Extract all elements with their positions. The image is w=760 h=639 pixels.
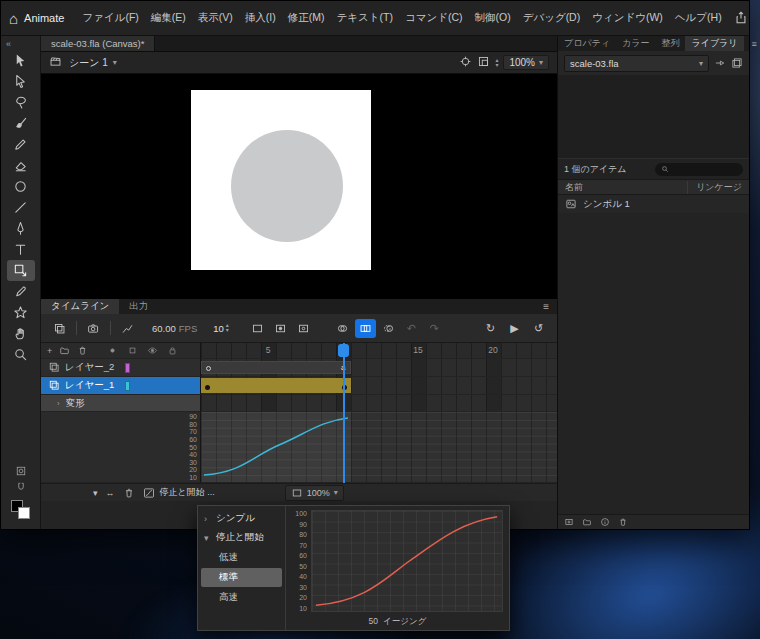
home-button[interactable]: ⌂ <box>9 6 18 30</box>
new-library-panel-icon[interactable] <box>731 57 743 69</box>
frame-ruler[interactable]: 5 10 15 20 <box>201 343 557 359</box>
insert-frame-button[interactable] <box>247 319 268 338</box>
ease-preset-normal[interactable]: 標準 <box>201 568 282 587</box>
onion-skin-button[interactable] <box>332 319 353 338</box>
new-symbol-button[interactable] <box>564 517 574 527</box>
fill-color-chip[interactable] <box>18 507 30 519</box>
brush-tool[interactable] <box>7 113 35 134</box>
pen-tool[interactable] <box>7 218 35 239</box>
polystar-tool[interactable] <box>7 302 35 323</box>
panel-menu-icon[interactable]: ≡ <box>535 299 557 314</box>
object-drawing-toggle-icon[interactable] <box>10 463 32 479</box>
remove-property-icon[interactable] <box>123 487 135 499</box>
subselection-tool[interactable] <box>7 71 35 92</box>
new-folder-button[interactable] <box>582 517 592 527</box>
onion-outline-button[interactable] <box>378 319 399 338</box>
layer-name[interactable]: レイヤー_2 <box>65 361 114 374</box>
frame-span[interactable]: a <box>201 361 351 374</box>
playhead-handle[interactable] <box>338 344 349 357</box>
ease-value[interactable]: 50 <box>369 616 378 628</box>
step-forward-button[interactable]: ↷ <box>424 319 445 338</box>
panel-menu-icon[interactable]: ≡ <box>744 36 760 51</box>
tab-output[interactable]: 出力 <box>119 299 158 314</box>
playhead[interactable] <box>336 343 351 483</box>
library-item[interactable]: シンボル 1 <box>558 195 749 213</box>
tab-timeline[interactable]: タイムライン <box>41 299 119 314</box>
oval-tool[interactable] <box>7 176 35 197</box>
layers-icon[interactable] <box>49 319 70 338</box>
insert-keyframe-button[interactable] <box>270 319 291 338</box>
menu-edit[interactable]: 編集(E) <box>145 7 192 29</box>
camera-icon[interactable] <box>83 319 104 338</box>
loop-button[interactable]: ↻ <box>480 319 501 338</box>
ease-preset-button[interactable]: 停止と開始 ... <box>143 486 215 499</box>
library-search-input[interactable] <box>672 164 737 174</box>
fps-value[interactable]: 60.00 <box>152 323 176 334</box>
tab-color[interactable]: カラー <box>616 36 655 51</box>
center-stage-icon[interactable] <box>459 55 472 70</box>
circle-shape[interactable] <box>231 130 343 242</box>
menu-window[interactable]: ウィンドウ(W) <box>586 7 669 29</box>
scene-chevron-icon[interactable]: ▾ <box>113 58 117 67</box>
frame-grid[interactable] <box>201 377 557 395</box>
layer-name[interactable]: レイヤー_1 <box>65 379 114 392</box>
clip-content-icon[interactable] <box>477 55 490 70</box>
layer-row-selected[interactable]: レイヤー_1 <box>41 377 557 395</box>
step-back-button[interactable]: ↶ <box>401 319 422 338</box>
line-tool[interactable] <box>7 197 35 218</box>
current-frame-value[interactable]: 10 <box>213 323 224 334</box>
layer-row[interactable]: レイヤー_2 a <box>41 359 557 377</box>
frame-grid[interactable] <box>201 395 557 412</box>
chevron-right-icon[interactable]: › <box>57 399 60 408</box>
snap-toggle-icon[interactable] <box>10 479 32 495</box>
insert-blank-keyframe-button[interactable] <box>293 319 314 338</box>
menu-view[interactable]: 表示(V) <box>192 7 239 29</box>
add-layer-icon[interactable]: + <box>47 346 52 356</box>
zoom-tool[interactable] <box>7 344 35 365</box>
default-colors-chips[interactable] <box>11 500 30 519</box>
stage-canvas[interactable] <box>41 74 557 298</box>
text-tool[interactable] <box>7 239 35 260</box>
collapse-tools-icon[interactable]: « <box>1 36 16 50</box>
library-document-select[interactable]: scale-03.fla ▾ <box>564 55 709 72</box>
menu-insert[interactable]: 挿入(I) <box>239 7 282 29</box>
column-name[interactable]: 名前 <box>565 181 687 194</box>
property-row[interactable]: › 変形 <box>41 395 557 412</box>
ease-group-simple[interactable]: › シンプル <box>198 509 285 528</box>
ease-value-row[interactable]: 50 イージング <box>369 616 427 628</box>
property-name[interactable]: 変形 <box>66 397 85 410</box>
menu-file[interactable]: ファイル(F) <box>76 7 144 29</box>
play-button[interactable]: ▶ <box>504 319 525 338</box>
free-transform-tool[interactable] <box>7 260 35 281</box>
library-search[interactable] <box>655 163 743 176</box>
pencil-tool[interactable] <box>7 134 35 155</box>
layer-outline-color-chip[interactable] <box>125 363 130 373</box>
tab-library[interactable]: ライブラリ <box>685 36 743 51</box>
outline-column-icon[interactable] <box>127 345 138 356</box>
frame-stepper[interactable]: ▴▾ <box>226 323 229 333</box>
eraser-tool[interactable] <box>7 155 35 176</box>
delete-item-button[interactable] <box>618 517 628 527</box>
camera-column-icon[interactable] <box>107 345 118 356</box>
layer-outline-color-chip[interactable] <box>125 381 130 391</box>
ease-group-stop-start[interactable]: ▾ 停止と開始 <box>198 528 285 547</box>
frame-grid[interactable]: a <box>201 359 557 377</box>
new-folder-icon[interactable] <box>59 345 70 356</box>
artboard[interactable] <box>191 90 371 270</box>
stage-zoom-select[interactable]: 100% ▾ <box>503 55 549 70</box>
menu-help[interactable]: ヘルプ(H) <box>669 7 728 29</box>
timeline-zoom-select[interactable]: 100% ▾ <box>285 485 344 501</box>
scene-name[interactable]: シーン 1 <box>69 56 108 70</box>
lasso-tool[interactable] <box>7 92 35 113</box>
menu-modify[interactable]: 修正(M) <box>282 7 331 29</box>
tween-span[interactable] <box>201 378 351 393</box>
ease-preset-slow[interactable]: 低速 <box>201 548 282 567</box>
pin-library-icon[interactable] <box>714 57 726 69</box>
library-item-name[interactable]: シンボル 1 <box>583 198 630 211</box>
delete-layer-icon[interactable] <box>77 345 88 356</box>
item-properties-button[interactable] <box>600 517 610 527</box>
collapse-properties-icon[interactable]: ▾ <box>93 488 98 498</box>
menu-commands[interactable]: コマンド(C) <box>399 7 469 29</box>
column-linkage[interactable]: リンケージ <box>687 181 742 194</box>
fit-timeline-icon[interactable]: ↔ <box>106 488 115 498</box>
